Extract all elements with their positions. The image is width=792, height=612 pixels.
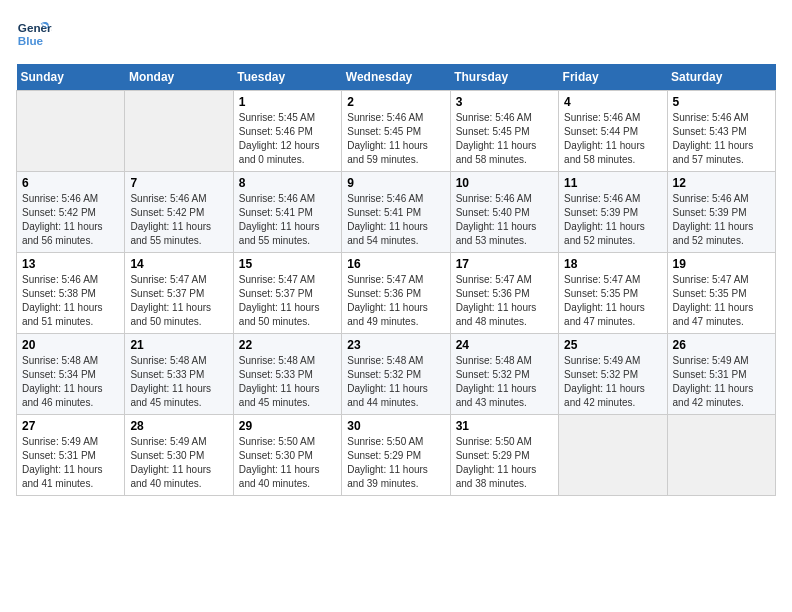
calendar-cell: 1Sunrise: 5:45 AM Sunset: 5:46 PM Daylig… — [233, 91, 341, 172]
calendar-cell: 22Sunrise: 5:48 AM Sunset: 5:33 PM Dayli… — [233, 334, 341, 415]
day-number: 4 — [564, 95, 661, 109]
day-number: 9 — [347, 176, 444, 190]
day-number: 19 — [673, 257, 770, 271]
day-number: 17 — [456, 257, 553, 271]
day-number: 1 — [239, 95, 336, 109]
calendar-cell: 7Sunrise: 5:46 AM Sunset: 5:42 PM Daylig… — [125, 172, 233, 253]
calendar-cell — [125, 91, 233, 172]
calendar-week-row: 13Sunrise: 5:46 AM Sunset: 5:38 PM Dayli… — [17, 253, 776, 334]
day-info: Sunrise: 5:45 AM Sunset: 5:46 PM Dayligh… — [239, 111, 336, 167]
day-info: Sunrise: 5:46 AM Sunset: 5:41 PM Dayligh… — [347, 192, 444, 248]
calendar-cell: 3Sunrise: 5:46 AM Sunset: 5:45 PM Daylig… — [450, 91, 558, 172]
day-info: Sunrise: 5:46 AM Sunset: 5:39 PM Dayligh… — [564, 192, 661, 248]
calendar-cell: 15Sunrise: 5:47 AM Sunset: 5:37 PM Dayli… — [233, 253, 341, 334]
svg-text:Blue: Blue — [18, 34, 44, 47]
day-number: 3 — [456, 95, 553, 109]
calendar-week-row: 27Sunrise: 5:49 AM Sunset: 5:31 PM Dayli… — [17, 415, 776, 496]
day-number: 11 — [564, 176, 661, 190]
day-info: Sunrise: 5:46 AM Sunset: 5:44 PM Dayligh… — [564, 111, 661, 167]
day-number: 16 — [347, 257, 444, 271]
day-info: Sunrise: 5:49 AM Sunset: 5:31 PM Dayligh… — [22, 435, 119, 491]
day-number: 14 — [130, 257, 227, 271]
day-info: Sunrise: 5:47 AM Sunset: 5:35 PM Dayligh… — [564, 273, 661, 329]
day-info: Sunrise: 5:46 AM Sunset: 5:45 PM Dayligh… — [456, 111, 553, 167]
day-info: Sunrise: 5:46 AM Sunset: 5:38 PM Dayligh… — [22, 273, 119, 329]
calendar-cell: 8Sunrise: 5:46 AM Sunset: 5:41 PM Daylig… — [233, 172, 341, 253]
logo: General Blue — [16, 16, 52, 52]
day-number: 24 — [456, 338, 553, 352]
calendar-cell: 30Sunrise: 5:50 AM Sunset: 5:29 PM Dayli… — [342, 415, 450, 496]
day-number: 10 — [456, 176, 553, 190]
calendar-cell: 12Sunrise: 5:46 AM Sunset: 5:39 PM Dayli… — [667, 172, 775, 253]
weekday-header: Friday — [559, 64, 667, 91]
calendar-cell: 6Sunrise: 5:46 AM Sunset: 5:42 PM Daylig… — [17, 172, 125, 253]
day-info: Sunrise: 5:46 AM Sunset: 5:43 PM Dayligh… — [673, 111, 770, 167]
day-info: Sunrise: 5:46 AM Sunset: 5:40 PM Dayligh… — [456, 192, 553, 248]
calendar-cell: 19Sunrise: 5:47 AM Sunset: 5:35 PM Dayli… — [667, 253, 775, 334]
page-header: General Blue — [16, 16, 776, 52]
day-number: 2 — [347, 95, 444, 109]
day-number: 28 — [130, 419, 227, 433]
day-info: Sunrise: 5:49 AM Sunset: 5:30 PM Dayligh… — [130, 435, 227, 491]
calendar-week-row: 20Sunrise: 5:48 AM Sunset: 5:34 PM Dayli… — [17, 334, 776, 415]
weekday-header: Thursday — [450, 64, 558, 91]
day-info: Sunrise: 5:46 AM Sunset: 5:42 PM Dayligh… — [22, 192, 119, 248]
day-number: 18 — [564, 257, 661, 271]
calendar-cell: 31Sunrise: 5:50 AM Sunset: 5:29 PM Dayli… — [450, 415, 558, 496]
day-number: 22 — [239, 338, 336, 352]
calendar-week-row: 1Sunrise: 5:45 AM Sunset: 5:46 PM Daylig… — [17, 91, 776, 172]
calendar-cell: 24Sunrise: 5:48 AM Sunset: 5:32 PM Dayli… — [450, 334, 558, 415]
day-number: 5 — [673, 95, 770, 109]
day-info: Sunrise: 5:47 AM Sunset: 5:36 PM Dayligh… — [347, 273, 444, 329]
calendar-cell: 5Sunrise: 5:46 AM Sunset: 5:43 PM Daylig… — [667, 91, 775, 172]
calendar-cell: 27Sunrise: 5:49 AM Sunset: 5:31 PM Dayli… — [17, 415, 125, 496]
day-info: Sunrise: 5:49 AM Sunset: 5:31 PM Dayligh… — [673, 354, 770, 410]
weekday-header: Wednesday — [342, 64, 450, 91]
calendar-cell: 2Sunrise: 5:46 AM Sunset: 5:45 PM Daylig… — [342, 91, 450, 172]
day-info: Sunrise: 5:46 AM Sunset: 5:39 PM Dayligh… — [673, 192, 770, 248]
day-number: 25 — [564, 338, 661, 352]
day-info: Sunrise: 5:48 AM Sunset: 5:32 PM Dayligh… — [347, 354, 444, 410]
calendar-table: SundayMondayTuesdayWednesdayThursdayFrid… — [16, 64, 776, 496]
calendar-cell: 4Sunrise: 5:46 AM Sunset: 5:44 PM Daylig… — [559, 91, 667, 172]
calendar-cell: 16Sunrise: 5:47 AM Sunset: 5:36 PM Dayli… — [342, 253, 450, 334]
calendar-cell — [17, 91, 125, 172]
day-number: 7 — [130, 176, 227, 190]
day-info: Sunrise: 5:48 AM Sunset: 5:34 PM Dayligh… — [22, 354, 119, 410]
day-info: Sunrise: 5:48 AM Sunset: 5:32 PM Dayligh… — [456, 354, 553, 410]
calendar-cell: 10Sunrise: 5:46 AM Sunset: 5:40 PM Dayli… — [450, 172, 558, 253]
day-number: 29 — [239, 419, 336, 433]
day-info: Sunrise: 5:47 AM Sunset: 5:35 PM Dayligh… — [673, 273, 770, 329]
calendar-cell: 17Sunrise: 5:47 AM Sunset: 5:36 PM Dayli… — [450, 253, 558, 334]
day-number: 13 — [22, 257, 119, 271]
day-number: 12 — [673, 176, 770, 190]
day-number: 15 — [239, 257, 336, 271]
day-info: Sunrise: 5:50 AM Sunset: 5:29 PM Dayligh… — [456, 435, 553, 491]
day-info: Sunrise: 5:46 AM Sunset: 5:45 PM Dayligh… — [347, 111, 444, 167]
day-info: Sunrise: 5:49 AM Sunset: 5:32 PM Dayligh… — [564, 354, 661, 410]
calendar-cell: 23Sunrise: 5:48 AM Sunset: 5:32 PM Dayli… — [342, 334, 450, 415]
weekday-header: Tuesday — [233, 64, 341, 91]
calendar-cell: 18Sunrise: 5:47 AM Sunset: 5:35 PM Dayli… — [559, 253, 667, 334]
day-number: 30 — [347, 419, 444, 433]
weekday-header: Saturday — [667, 64, 775, 91]
calendar-cell: 11Sunrise: 5:46 AM Sunset: 5:39 PM Dayli… — [559, 172, 667, 253]
day-info: Sunrise: 5:50 AM Sunset: 5:30 PM Dayligh… — [239, 435, 336, 491]
calendar-cell: 21Sunrise: 5:48 AM Sunset: 5:33 PM Dayli… — [125, 334, 233, 415]
weekday-header-row: SundayMondayTuesdayWednesdayThursdayFrid… — [17, 64, 776, 91]
calendar-cell: 29Sunrise: 5:50 AM Sunset: 5:30 PM Dayli… — [233, 415, 341, 496]
day-number: 6 — [22, 176, 119, 190]
day-number: 26 — [673, 338, 770, 352]
day-info: Sunrise: 5:46 AM Sunset: 5:42 PM Dayligh… — [130, 192, 227, 248]
calendar-week-row: 6Sunrise: 5:46 AM Sunset: 5:42 PM Daylig… — [17, 172, 776, 253]
logo-icon: General Blue — [16, 16, 52, 52]
calendar-cell — [559, 415, 667, 496]
day-info: Sunrise: 5:48 AM Sunset: 5:33 PM Dayligh… — [239, 354, 336, 410]
day-info: Sunrise: 5:47 AM Sunset: 5:37 PM Dayligh… — [239, 273, 336, 329]
day-info: Sunrise: 5:48 AM Sunset: 5:33 PM Dayligh… — [130, 354, 227, 410]
day-number: 20 — [22, 338, 119, 352]
day-info: Sunrise: 5:47 AM Sunset: 5:37 PM Dayligh… — [130, 273, 227, 329]
calendar-cell: 9Sunrise: 5:46 AM Sunset: 5:41 PM Daylig… — [342, 172, 450, 253]
day-number: 27 — [22, 419, 119, 433]
calendar-cell: 26Sunrise: 5:49 AM Sunset: 5:31 PM Dayli… — [667, 334, 775, 415]
